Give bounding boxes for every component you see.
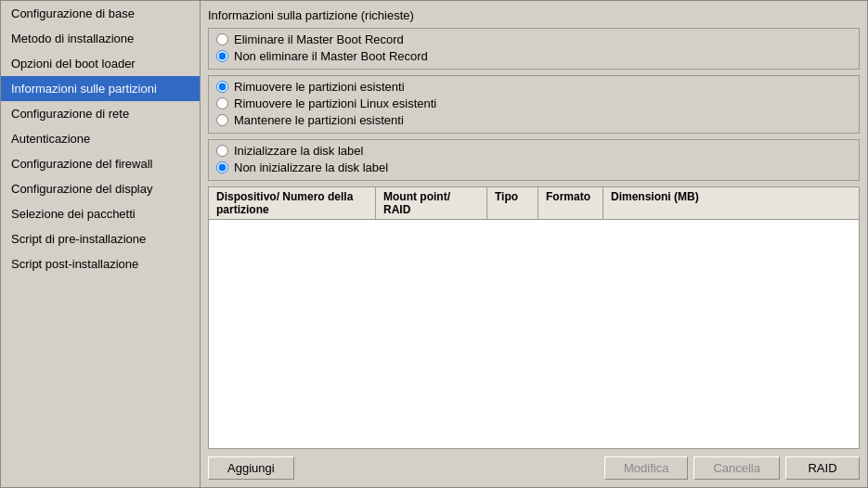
disk-label-option2-label[interactable]: Non inizializzare la disk label (234, 161, 388, 174)
sidebar-item-autenticazione[interactable]: Autenticazione (1, 126, 200, 151)
partitions-group: Rimuovere le partizioni esistenti Rimuov… (208, 75, 860, 134)
col-device-label: Dispositivo/ Numero della partizione (216, 190, 353, 216)
sidebar: Configurazione di baseMetodo di installa… (1, 1, 201, 487)
sidebar-item-configurazione-firewall[interactable]: Configurazione del firewall (1, 151, 200, 176)
sidebar-item-script-post-installazione[interactable]: Script post-installazione (1, 251, 200, 276)
partitions-option3-row: Mantenere le partizioni esistenti (216, 113, 851, 127)
partitions-option1-label[interactable]: Rimuovere le partizioni esistenti (234, 80, 405, 94)
mbr-option2-label[interactable]: Non eliminare il Master Boot Record (234, 49, 428, 63)
sidebar-item-informazioni-partizioni[interactable]: Informazioni sulle partizioni (1, 76, 200, 101)
sidebar-item-opzioni-boot-loader[interactable]: Opzioni del boot loader (1, 51, 200, 76)
col-format-header: Formato (538, 187, 603, 219)
sidebar-item-metodo-installazione[interactable]: Metodo di installazione (1, 26, 200, 51)
partitions-option1-row: Rimuovere le partizioni esistenti (216, 80, 851, 94)
col-size-label: Dimensioni (MB) (611, 190, 699, 203)
disk-label-option1-row: Inizializzare la disk label (216, 144, 851, 158)
partitions-radio-group: Rimuovere le partizioni esistenti Rimuov… (216, 80, 851, 127)
table-header: Dispositivo/ Numero della partizione Mou… (209, 187, 859, 220)
col-type-label: Tipo (495, 190, 518, 203)
disk-label-group: Inizializzare la disk label Non iniziali… (208, 139, 860, 181)
mbr-group: Eliminare il Master Boot Record Non elim… (208, 28, 860, 70)
col-device-header: Dispositivo/ Numero della partizione (209, 187, 376, 219)
col-mount-label: Mount point/ RAID (383, 190, 450, 216)
sidebar-item-configurazione-base[interactable]: Configurazione di base (1, 1, 200, 26)
aggiungi-button[interactable]: Aggiungi (208, 456, 294, 480)
content-area: Informazioni sulla partizione (richieste… (201, 1, 867, 487)
partitions-option1-radio[interactable] (216, 81, 228, 93)
buttons-row: Aggiungi Modifica Cancella RAID (208, 456, 860, 480)
col-type-header: Tipo (487, 187, 538, 219)
partitions-table: Dispositivo/ Numero della partizione Mou… (208, 186, 860, 449)
disk-label-radio-group: Inizializzare la disk label Non iniziali… (216, 144, 851, 174)
col-size-header: Dimensioni (MB) (603, 187, 859, 219)
mbr-option1-radio[interactable] (216, 33, 228, 45)
sidebar-item-selezione-pacchetti[interactable]: Selezione dei pacchetti (1, 201, 200, 226)
cancella-button[interactable]: Cancella (693, 456, 780, 480)
section-title: Informazioni sulla partizione (richieste… (208, 8, 860, 22)
sidebar-item-script-pre-installazione[interactable]: Script di pre-installazione (1, 226, 200, 251)
mbr-option2-row: Non eliminare il Master Boot Record (216, 49, 851, 63)
disk-label-option2-row: Non inizializzare la disk label (216, 161, 851, 174)
col-mount-header: Mount point/ RAID (376, 187, 487, 219)
mbr-option1-row: Eliminare il Master Boot Record (216, 32, 851, 46)
partitions-option2-radio[interactable] (216, 97, 228, 109)
mbr-option1-label[interactable]: Eliminare il Master Boot Record (234, 32, 404, 46)
disk-label-option2-radio[interactable] (216, 161, 228, 173)
mbr-radio-group: Eliminare il Master Boot Record Non elim… (216, 32, 851, 63)
sidebar-item-configurazione-rete[interactable]: Configurazione di rete (1, 101, 200, 126)
sidebar-item-configurazione-display[interactable]: Configurazione del display (1, 176, 200, 201)
mbr-option2-radio[interactable] (216, 50, 228, 62)
col-format-label: Formato (546, 190, 590, 203)
disk-label-option1-label[interactable]: Inizializzare la disk label (234, 144, 363, 158)
table-body (209, 220, 859, 449)
partitions-option2-row: Rimuovere le partizioni Linux esistenti (216, 96, 851, 110)
disk-label-option1-radio[interactable] (216, 145, 228, 157)
modifica-button[interactable]: Modifica (604, 456, 688, 480)
partitions-option3-label[interactable]: Mantenere le partizioni esistenti (234, 113, 404, 127)
raid-button[interactable]: RAID (785, 456, 860, 480)
partitions-option3-radio[interactable] (216, 114, 228, 126)
partitions-option2-label[interactable]: Rimuovere le partizioni Linux esistenti (234, 96, 436, 110)
